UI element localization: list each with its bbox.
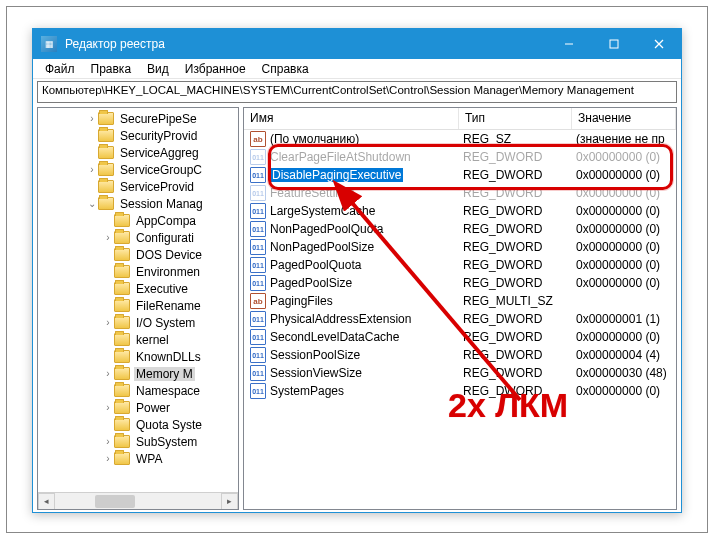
tree-item[interactable]: ›Memory M [38,365,238,382]
list-row[interactable]: NonPagedPoolQuotaREG_DWORD0x00000000 (0) [244,220,676,238]
list-row[interactable]: SessionPoolSizeREG_DWORD0x00000004 (4) [244,346,676,364]
tree-item[interactable]: ›I/O System [38,314,238,331]
chevron-right-icon[interactable]: › [102,402,114,413]
scroll-track[interactable] [55,493,221,510]
tree-body[interactable]: ›SecurePipeSeSecurityProvidServiceAggreg… [38,108,238,492]
chevron-right-icon[interactable]: › [102,453,114,464]
chevron-right-icon[interactable]: › [102,368,114,379]
list-row[interactable]: NonPagedPoolSizeREG_DWORD0x00000000 (0) [244,238,676,256]
tree-item-label: FileRename [134,299,203,313]
folder-icon [114,367,130,380]
tree-item-label: Executive [134,282,190,296]
tree-item[interactable]: Namespace [38,382,238,399]
menu-view[interactable]: Вид [139,60,177,78]
tree-item[interactable]: Executive [38,280,238,297]
list-row[interactable]: abPagingFilesREG_MULTI_SZ [244,292,676,310]
list-body[interactable]: ab(По умолчанию)REG_SZ(значение не прCle… [244,130,676,400]
list-row[interactable]: DisablePagingExecutiveREG_DWORD0x0000000… [244,166,676,184]
reg-dword-icon [250,149,266,165]
chevron-right-icon[interactable]: › [102,436,114,447]
column-header-type[interactable]: Тип [459,108,572,129]
list-row[interactable]: SystemPagesREG_DWORD0x00000000 (0) [244,382,676,400]
close-button[interactable] [636,29,681,59]
tree-item[interactable]: DOS Device [38,246,238,263]
address-bar[interactable]: Компьютер\HKEY_LOCAL_MACHINE\SYSTEM\Curr… [37,81,677,103]
tree-item[interactable]: FileRename [38,297,238,314]
value-type: REG_DWORD [463,222,576,236]
chevron-down-icon[interactable]: ⌄ [86,198,98,209]
list-row[interactable]: PagedPoolSizeREG_DWORD0x00000000 (0) [244,274,676,292]
list-row[interactable]: ClearPageFileAtShutdownREG_DWORD0x000000… [244,148,676,166]
scroll-right-arrow-icon[interactable]: ▸ [221,493,238,510]
tree-item[interactable]: ›WPA [38,450,238,467]
chevron-right-icon[interactable]: › [86,164,98,175]
reg-string-icon: ab [250,131,266,147]
tree-item-label: SecurePipeSe [118,112,199,126]
tree-item[interactable]: KnownDLLs [38,348,238,365]
values-list-pane[interactable]: Имя Тип Значение ab(По умолчанию)REG_SZ(… [243,107,677,510]
value-name: FeatureSettings [270,186,463,200]
column-header-value[interactable]: Значение [572,108,676,129]
reg-dword-icon [250,203,266,219]
tree-item[interactable]: ServiceAggreg [38,144,238,161]
value-name: PagedPoolQuota [270,258,463,272]
list-row[interactable]: SessionViewSizeREG_DWORD0x00000030 (48) [244,364,676,382]
reg-dword-icon [250,347,266,363]
value-type: REG_DWORD [463,186,576,200]
tree-item-label: ServiceProvid [118,180,196,194]
tree-item[interactable]: ›Power [38,399,238,416]
tree-item[interactable]: AppCompa [38,212,238,229]
reg-dword-icon [250,365,266,381]
list-row[interactable]: PagedPoolQuotaREG_DWORD0x00000000 (0) [244,256,676,274]
titlebar[interactable]: ▦ Редактор реестра [33,29,681,59]
value-name: SecondLevelDataCache [270,330,463,344]
chevron-right-icon[interactable]: › [102,232,114,243]
folder-icon [114,282,130,295]
reg-dword-icon [250,221,266,237]
column-header-name[interactable]: Имя [244,108,459,129]
tree-item[interactable]: Environmen [38,263,238,280]
content-area: ›SecurePipeSeSecurityProvidServiceAggreg… [33,105,681,512]
tree-item-label: Configurati [134,231,196,245]
menu-file[interactable]: Файл [37,60,83,78]
reg-dword-icon [250,311,266,327]
value-name: SystemPages [270,384,463,398]
tree-item[interactable]: ⌄Session Manag [38,195,238,212]
tree-horizontal-scrollbar[interactable]: ◂ ▸ [38,492,238,509]
value-data: 0x00000000 (0) [576,204,676,218]
folder-icon [98,129,114,142]
value-name: LargeSystemCache [270,204,463,218]
list-row[interactable]: ab(По умолчанию)REG_SZ(значение не пр [244,130,676,148]
tree-item[interactable]: ›Configurati [38,229,238,246]
chevron-right-icon[interactable]: › [102,317,114,328]
tree-item-label: ServiceAggreg [118,146,201,160]
tree-item[interactable]: SecurityProvid [38,127,238,144]
value-name: (По умолчанию) [270,132,463,146]
folder-icon [114,316,130,329]
tree-item[interactable]: ServiceProvid [38,178,238,195]
tree-item[interactable]: ›SubSystem [38,433,238,450]
value-type: REG_DWORD [463,330,576,344]
tree-item-label: ServiceGroupC [118,163,204,177]
tree-pane[interactable]: ›SecurePipeSeSecurityProvidServiceAggreg… [37,107,239,510]
tree-item[interactable]: Quota Syste [38,416,238,433]
menu-help[interactable]: Справка [254,60,317,78]
scroll-thumb[interactable] [95,495,135,508]
value-type: REG_MULTI_SZ [463,294,576,308]
menu-favorites[interactable]: Избранное [177,60,254,78]
list-row[interactable]: PhysicalAddressExtensionREG_DWORD0x00000… [244,310,676,328]
menu-edit[interactable]: Правка [83,60,140,78]
tree-item[interactable]: ›ServiceGroupC [38,161,238,178]
minimize-button[interactable] [546,29,591,59]
value-data: 0x00000000 (0) [576,258,676,272]
list-row[interactable]: FeatureSettingsREG_DWORD0x00000000 (0) [244,184,676,202]
tree-item[interactable]: kernel [38,331,238,348]
chevron-right-icon[interactable]: › [86,113,98,124]
scroll-left-arrow-icon[interactable]: ◂ [38,493,55,510]
maximize-button[interactable] [591,29,636,59]
tree-item[interactable]: ›SecurePipeSe [38,110,238,127]
list-row[interactable]: SecondLevelDataCacheREG_DWORD0x00000000 … [244,328,676,346]
list-row[interactable]: LargeSystemCacheREG_DWORD0x00000000 (0) [244,202,676,220]
tree-item-label: Environmen [134,265,202,279]
value-data: 0x00000000 (0) [576,222,676,236]
